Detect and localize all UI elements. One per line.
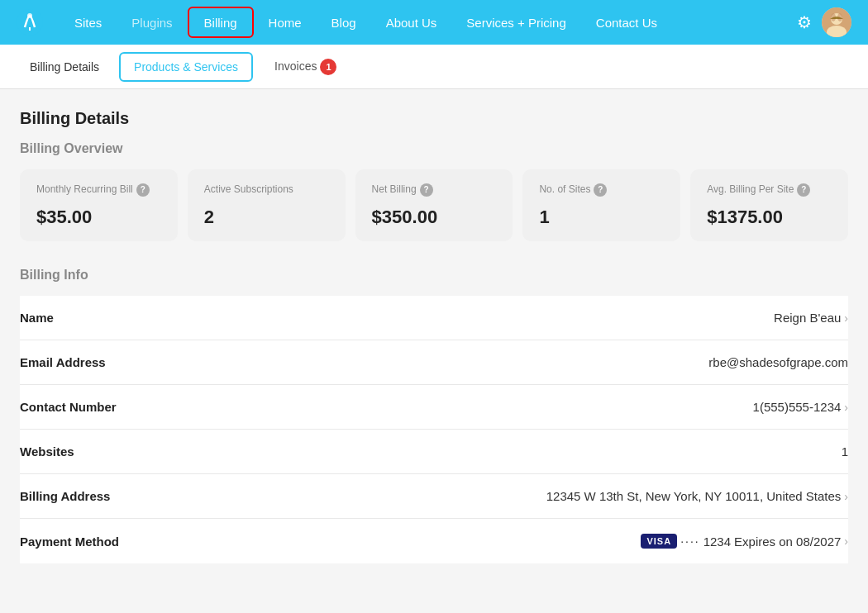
info-row-websites: Websites 1 [20,430,848,474]
card-dots: ···· [680,535,700,548]
sites-help-icon[interactable]: ? [594,183,607,197]
top-nav: Sites Plugins Billing Home Blog About Us… [0,0,868,45]
contact-chevron: › [844,401,848,414]
main-content: Billing Details Billing Overview Monthly… [0,89,868,583]
info-title: Billing Info [20,268,848,283]
card-net-label: Net Billing ? [372,183,497,197]
info-row-billing-address[interactable]: Billing Address 12345 W 13th St, New Yor… [20,474,848,519]
card-net-billing: Net Billing ? $350.00 [355,169,513,241]
card-sites-label: No. of Sites ? [539,183,664,197]
card-monthly-label: Monthly Recurring Bill ? [36,183,161,197]
card-last4: 1234 [703,535,731,549]
card-avg-billing: Avg. Billing Per Site ? $1375.00 [690,169,848,241]
svg-point-0 [17,9,43,36]
nav-services[interactable]: Services + Pricing [451,0,580,45]
overview-title: Billing Overview [20,141,848,156]
card-no-of-sites: No. of Sites ? 1 [522,169,680,241]
card-subscriptions-value: 2 [204,207,329,228]
payment-label: Payment Method [20,535,119,549]
nav-about[interactable]: About Us [371,0,452,45]
nav-billing[interactable]: Billing [188,7,254,38]
card-monthly-recurring: Monthly Recurring Bill ? $35.00 [20,169,178,241]
avg-help-icon[interactable]: ? [797,183,810,197]
logo[interactable] [17,9,43,36]
info-row-name[interactable]: Name Reign B'eau › [20,296,848,340]
card-active-subscriptions: Active Subscriptions 2 [188,169,346,241]
name-value: Reign B'eau › [774,311,848,325]
card-sites-value: 1 [539,207,664,228]
nav-sites[interactable]: Sites [60,0,117,45]
payment-value: VISA ···· 1234 Expires on 08/2027 › [641,534,848,549]
tab-products-services[interactable]: Products & Services [119,52,253,82]
name-label: Name [20,311,54,325]
name-chevron: › [844,311,848,325]
address-label: Billing Address [20,489,110,503]
nav-home[interactable]: Home [254,0,317,45]
card-monthly-value: $35.00 [36,207,161,228]
monthly-help-icon[interactable]: ? [136,183,150,197]
tab-invoices[interactable]: Invoices1 [260,50,351,83]
nav-links: Sites Plugins Billing Home Blog About Us… [60,0,797,45]
websites-value: 1 [842,444,848,459]
contact-label: Contact Number [20,400,117,414]
info-row-email: Email Address rbe@shadesofgrape.com [20,340,848,385]
card-avg-label: Avg. Billing Per Site ? [707,183,832,197]
page-title: Billing Details [20,109,848,128]
card-avg-value: $1375.00 [707,207,832,228]
sub-nav: Billing Details Products & Services Invo… [0,45,868,89]
billing-info: Name Reign B'eau › Email Address rbe@sha… [20,296,848,563]
email-value: rbe@shadesofgrape.com [708,355,848,369]
address-chevron: › [844,490,848,503]
address-value: 12345 W 13th St, New York, NY 10011, Uni… [546,489,848,503]
info-row-contact[interactable]: Contact Number 1(555)555-1234 › [20,385,848,430]
svg-point-1 [27,13,32,18]
settings-icon[interactable]: ⚙ [797,12,812,32]
email-label: Email Address [20,355,106,369]
visa-badge: VISA [641,534,677,549]
net-help-icon[interactable]: ? [420,183,433,197]
contact-value: 1(555)555-1234 › [753,400,848,414]
websites-label: Websites [20,444,74,459]
card-subscriptions-label: Active Subscriptions [204,183,329,197]
nav-contact[interactable]: Contact Us [581,0,672,45]
billing-cards: Monthly Recurring Bill ? $35.00 Active S… [20,169,848,241]
nav-blog[interactable]: Blog [317,0,371,45]
card-expires: Expires on 08/2027 [734,535,841,549]
nav-plugins[interactable]: Plugins [117,0,187,45]
card-net-value: $350.00 [372,207,497,228]
payment-chevron: › [844,535,848,548]
invoice-badge: 1 [320,59,336,75]
nav-right: ⚙ [797,7,851,37]
tab-billing-details[interactable]: Billing Details [17,54,112,80]
info-row-payment[interactable]: Payment Method VISA ···· 1234 Expires on… [20,519,848,563]
avatar[interactable] [822,7,851,37]
